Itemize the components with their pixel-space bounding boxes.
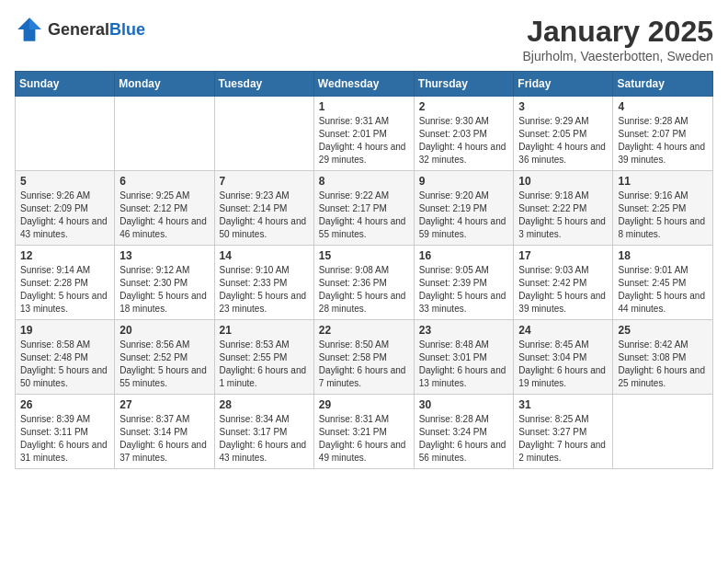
calendar-cell: 13Sunrise: 9:12 AM Sunset: 2:30 PM Dayli… <box>115 246 214 320</box>
calendar-cell: 16Sunrise: 9:05 AM Sunset: 2:39 PM Dayli… <box>414 246 514 320</box>
calendar-cell: 29Sunrise: 8:31 AM Sunset: 3:21 PM Dayli… <box>313 395 414 469</box>
weekday-header-row: SundayMondayTuesdayWednesdayThursdayFrid… <box>16 72 713 97</box>
page-header: GeneralBlue January 2025 Bjurholm, Vaest… <box>15 15 713 63</box>
day-info: Sunrise: 9:08 AM Sunset: 2:36 PM Dayligh… <box>319 264 409 316</box>
day-number: 14 <box>220 249 309 262</box>
day-info: Sunrise: 8:53 AM Sunset: 2:55 PM Dayligh… <box>220 339 309 390</box>
day-number: 6 <box>119 175 209 188</box>
calendar-cell: 18Sunrise: 9:01 AM Sunset: 2:45 PM Dayli… <box>613 246 713 320</box>
day-info: Sunrise: 9:16 AM Sunset: 2:25 PM Dayligh… <box>618 190 708 241</box>
day-info: Sunrise: 8:31 AM Sunset: 3:21 PM Dayligh… <box>319 413 409 465</box>
day-number: 12 <box>20 249 109 262</box>
day-info: Sunrise: 9:18 AM Sunset: 2:22 PM Dayligh… <box>518 190 608 241</box>
weekday-header-thursday: Thursday <box>414 72 514 97</box>
calendar-cell: 22Sunrise: 8:50 AM Sunset: 2:58 PM Dayli… <box>313 320 414 395</box>
calendar-cell: 20Sunrise: 8:56 AM Sunset: 2:52 PM Dayli… <box>115 320 214 395</box>
day-info: Sunrise: 8:45 AM Sunset: 3:04 PM Dayligh… <box>518 339 608 390</box>
calendar-cell: 8Sunrise: 9:22 AM Sunset: 2:17 PM Daylig… <box>313 171 414 246</box>
day-number: 7 <box>220 175 309 188</box>
week-row-5: 26Sunrise: 8:39 AM Sunset: 3:11 PM Dayli… <box>16 395 713 469</box>
calendar-cell: 11Sunrise: 9:16 AM Sunset: 2:25 PM Dayli… <box>613 171 713 246</box>
day-number: 30 <box>419 398 509 411</box>
logo-icon <box>15 15 44 44</box>
day-info: Sunrise: 9:01 AM Sunset: 2:45 PM Dayligh… <box>618 264 708 316</box>
day-info: Sunrise: 9:23 AM Sunset: 2:14 PM Dayligh… <box>220 190 309 241</box>
day-info: Sunrise: 8:28 AM Sunset: 3:24 PM Dayligh… <box>419 413 509 465</box>
calendar-cell: 19Sunrise: 8:58 AM Sunset: 2:48 PM Dayli… <box>16 320 115 395</box>
calendar-cell <box>613 395 713 469</box>
day-info: Sunrise: 9:10 AM Sunset: 2:33 PM Dayligh… <box>220 264 309 316</box>
calendar-cell: 26Sunrise: 8:39 AM Sunset: 3:11 PM Dayli… <box>16 395 115 469</box>
week-row-4: 19Sunrise: 8:58 AM Sunset: 2:48 PM Dayli… <box>16 320 713 395</box>
calendar-cell: 17Sunrise: 9:03 AM Sunset: 2:42 PM Dayli… <box>514 246 613 320</box>
calendar-cell: 14Sunrise: 9:10 AM Sunset: 2:33 PM Dayli… <box>214 246 313 320</box>
day-info: Sunrise: 9:12 AM Sunset: 2:30 PM Dayligh… <box>119 264 209 316</box>
day-info: Sunrise: 9:05 AM Sunset: 2:39 PM Dayligh… <box>419 264 509 316</box>
day-number: 21 <box>220 324 309 337</box>
day-info: Sunrise: 9:03 AM Sunset: 2:42 PM Dayligh… <box>518 264 608 316</box>
day-number: 10 <box>518 175 608 188</box>
day-info: Sunrise: 8:56 AM Sunset: 2:52 PM Dayligh… <box>119 339 209 390</box>
logo-general: General <box>48 20 109 39</box>
calendar-cell: 1Sunrise: 9:31 AM Sunset: 2:01 PM Daylig… <box>313 97 414 171</box>
day-info: Sunrise: 8:42 AM Sunset: 3:08 PM Dayligh… <box>618 339 708 390</box>
day-number: 29 <box>319 398 409 411</box>
day-info: Sunrise: 9:30 AM Sunset: 2:03 PM Dayligh… <box>419 115 509 167</box>
day-info: Sunrise: 8:37 AM Sunset: 3:14 PM Dayligh… <box>119 413 209 465</box>
weekday-header-friday: Friday <box>514 72 613 97</box>
svg-marker-1 <box>29 17 41 29</box>
day-info: Sunrise: 8:25 AM Sunset: 3:27 PM Dayligh… <box>518 413 608 465</box>
day-number: 25 <box>618 324 708 337</box>
calendar-cell: 23Sunrise: 8:48 AM Sunset: 3:01 PM Dayli… <box>414 320 514 395</box>
day-info: Sunrise: 9:14 AM Sunset: 2:28 PM Dayligh… <box>20 264 109 316</box>
day-number: 4 <box>618 100 708 113</box>
week-row-1: 1Sunrise: 9:31 AM Sunset: 2:01 PM Daylig… <box>16 97 713 171</box>
logo: GeneralBlue <box>15 15 145 44</box>
calendar-cell: 3Sunrise: 9:29 AM Sunset: 2:05 PM Daylig… <box>514 97 613 171</box>
day-number: 24 <box>518 324 608 337</box>
day-info: Sunrise: 9:31 AM Sunset: 2:01 PM Dayligh… <box>319 115 409 167</box>
day-number: 20 <box>119 324 209 337</box>
calendar-cell: 6Sunrise: 9:25 AM Sunset: 2:12 PM Daylig… <box>115 171 214 246</box>
day-number: 3 <box>518 100 608 113</box>
day-number: 16 <box>419 249 509 262</box>
day-number: 11 <box>618 175 708 188</box>
calendar-cell: 30Sunrise: 8:28 AM Sunset: 3:24 PM Dayli… <box>414 395 514 469</box>
calendar-cell: 24Sunrise: 8:45 AM Sunset: 3:04 PM Dayli… <box>514 320 613 395</box>
day-info: Sunrise: 8:50 AM Sunset: 2:58 PM Dayligh… <box>319 339 409 390</box>
day-number: 13 <box>119 249 209 262</box>
day-number: 26 <box>20 398 109 411</box>
day-number: 22 <box>319 324 409 337</box>
weekday-header-monday: Monday <box>115 72 214 97</box>
calendar-cell <box>115 97 214 171</box>
calendar-cell: 27Sunrise: 8:37 AM Sunset: 3:14 PM Dayli… <box>115 395 214 469</box>
weekday-header-wednesday: Wednesday <box>313 72 414 97</box>
calendar-cell: 15Sunrise: 9:08 AM Sunset: 2:36 PM Dayli… <box>313 246 414 320</box>
day-number: 8 <box>319 175 409 188</box>
day-info: Sunrise: 8:34 AM Sunset: 3:17 PM Dayligh… <box>220 413 309 465</box>
day-number: 28 <box>220 398 309 411</box>
calendar-cell: 28Sunrise: 8:34 AM Sunset: 3:17 PM Dayli… <box>214 395 313 469</box>
calendar-title: January 2025 <box>522 15 713 49</box>
calendar-subtitle: Bjurholm, Vaesterbotten, Sweden <box>522 49 713 63</box>
day-number: 27 <box>119 398 209 411</box>
calendar-cell: 12Sunrise: 9:14 AM Sunset: 2:28 PM Dayli… <box>16 246 115 320</box>
day-info: Sunrise: 9:20 AM Sunset: 2:19 PM Dayligh… <box>419 190 509 241</box>
day-number: 1 <box>319 100 409 113</box>
day-info: Sunrise: 8:48 AM Sunset: 3:01 PM Dayligh… <box>419 339 509 390</box>
calendar-cell: 10Sunrise: 9:18 AM Sunset: 2:22 PM Dayli… <box>514 171 613 246</box>
day-info: Sunrise: 9:28 AM Sunset: 2:07 PM Dayligh… <box>618 115 708 167</box>
day-number: 2 <box>419 100 509 113</box>
calendar-cell: 5Sunrise: 9:26 AM Sunset: 2:09 PM Daylig… <box>16 171 115 246</box>
calendar-cell: 7Sunrise: 9:23 AM Sunset: 2:14 PM Daylig… <box>214 171 313 246</box>
day-info: Sunrise: 9:26 AM Sunset: 2:09 PM Dayligh… <box>20 190 109 241</box>
day-info: Sunrise: 9:25 AM Sunset: 2:12 PM Dayligh… <box>119 190 209 241</box>
day-number: 31 <box>518 398 608 411</box>
calendar-cell: 25Sunrise: 8:42 AM Sunset: 3:08 PM Dayli… <box>613 320 713 395</box>
calendar-cell: 31Sunrise: 8:25 AM Sunset: 3:27 PM Dayli… <box>514 395 613 469</box>
logo-blue: Blue <box>109 20 145 39</box>
weekday-header-saturday: Saturday <box>613 72 713 97</box>
calendar-cell <box>16 97 115 171</box>
day-info: Sunrise: 8:58 AM Sunset: 2:48 PM Dayligh… <box>20 339 109 390</box>
weekday-header-tuesday: Tuesday <box>214 72 313 97</box>
